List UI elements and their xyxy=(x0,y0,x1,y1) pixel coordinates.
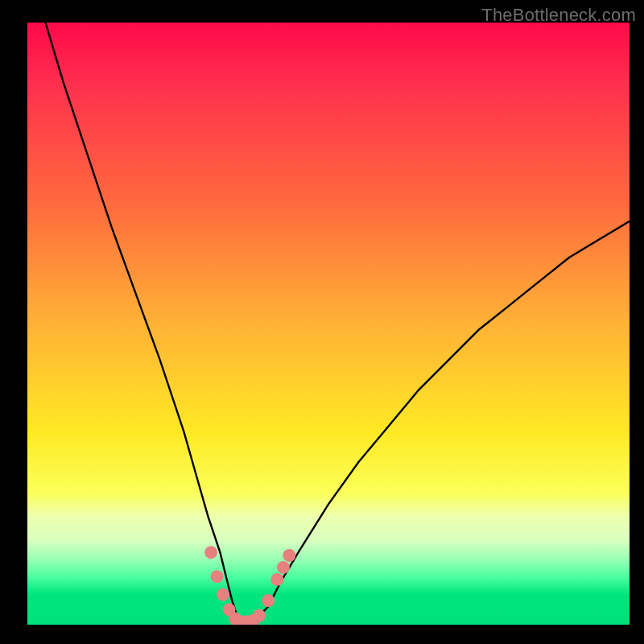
marker-dot xyxy=(262,594,275,607)
curve-layer xyxy=(27,23,630,625)
marker-dot xyxy=(283,549,295,562)
marker-dot xyxy=(211,570,224,583)
marker-dot xyxy=(277,561,290,574)
marker-dot xyxy=(270,573,283,586)
bottleneck-curve xyxy=(45,23,630,625)
watermark-text: TheBottleneck.com xyxy=(481,5,636,26)
plot-area xyxy=(27,23,630,625)
chart-frame: TheBottleneck.com xyxy=(0,0,644,644)
marker-dot xyxy=(204,546,217,559)
marker-dot xyxy=(253,609,266,622)
marker-group xyxy=(204,546,295,625)
marker-dot xyxy=(217,588,229,601)
